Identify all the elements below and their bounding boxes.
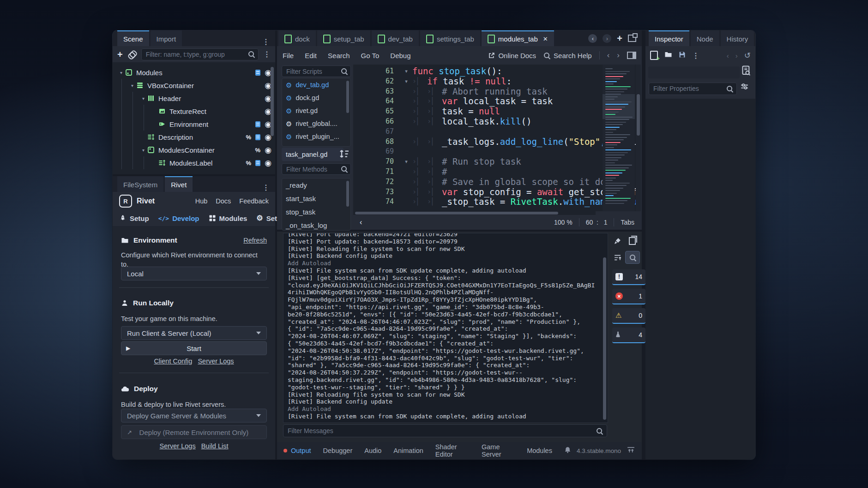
script-icon[interactable]: [255, 134, 260, 140]
resource-menu-icon[interactable]: ⋮: [692, 51, 699, 60]
start-button[interactable]: ▶ Start: [121, 341, 267, 355]
sort-methods-icon[interactable]: [339, 149, 350, 160]
rivet-nav-develop[interactable]: </>Develop: [158, 214, 199, 222]
environment-dropdown[interactable]: Local: [121, 267, 267, 280]
script-item-dock.gd[interactable]: ⚙dock.gd: [282, 91, 350, 104]
nav-forward-icon[interactable]: ›: [617, 51, 620, 60]
expand-arrow-icon[interactable]: ▾: [139, 96, 147, 101]
scene-filter-input[interactable]: [141, 48, 259, 60]
close-tab-icon[interactable]: ✕: [543, 36, 548, 42]
code-line-69[interactable]: 69: [353, 147, 641, 157]
code-hscrollbar[interactable]: [353, 211, 596, 215]
notification-bell-icon[interactable]: [564, 446, 571, 455]
copy-output-icon[interactable]: [626, 235, 638, 246]
filter-debug-toggle[interactable]: 4: [612, 327, 645, 343]
code-line-72[interactable]: 72›▏›▏# Save in global scope so it doesn…: [353, 177, 641, 187]
property-tools-icon[interactable]: [741, 83, 753, 94]
code-editor[interactable]: 61▾func stop_task():62▾›▏if task != null…: [353, 65, 641, 211]
tree-node-modulescontainer[interactable]: ▾ModulesContainer%◉: [113, 143, 275, 156]
dock-tab-rivet[interactable]: Rivet: [165, 176, 193, 192]
menu-edit[interactable]: Edit: [305, 52, 317, 60]
script-icon[interactable]: [255, 121, 260, 127]
script-item-rivet.gd[interactable]: ⚙rivet.gd: [282, 104, 350, 117]
rivet-nav-modules[interactable]: Modules: [209, 214, 247, 222]
bottom-tab-shader-editor[interactable]: Shader Editor: [435, 443, 470, 458]
inspector-tab-history[interactable]: History: [721, 30, 754, 46]
run-mode-dropdown[interactable]: Run Client & Server (Local): [121, 326, 267, 340]
deploy-button[interactable]: ↗ Deploy (Remote Environment Only): [121, 425, 267, 439]
clear-output-icon[interactable]: [611, 235, 623, 246]
tree-node-header[interactable]: ▾Header◉: [113, 92, 275, 105]
tree-node-environment[interactable]: Environment◉: [113, 118, 275, 131]
code-line-64[interactable]: 64›▏›▏var local_task = task: [353, 96, 641, 107]
float-panel-icon[interactable]: [628, 35, 636, 42]
visibility-eye-icon[interactable]: ◉: [265, 159, 271, 167]
rivet-link-docs[interactable]: Docs: [216, 197, 231, 205]
menu-debug[interactable]: Debug: [390, 52, 410, 60]
scripts-scrollbar[interactable]: [346, 81, 349, 113]
rivet-nav-setup[interactable]: Setup: [119, 214, 149, 222]
indent-type[interactable]: Tabs: [621, 219, 634, 226]
zoom-level[interactable]: 100 %: [554, 219, 573, 226]
script-tab-settings_tab[interactable]: settings_tab: [420, 30, 480, 46]
code-line-74[interactable]: 74›▏›▏_stop_task = RivetTask.with_name_i…: [353, 197, 641, 207]
dock-tab-filesystem[interactable]: FileSystem: [117, 176, 163, 192]
code-line-66[interactable]: 66›▏›▏local_task.kill(): [353, 117, 641, 127]
visibility-eye-icon[interactable]: ◉: [265, 146, 271, 154]
dock-menu-icon[interactable]: ⋮: [257, 183, 275, 192]
tree-node-modules[interactable]: ▾Modules◉: [113, 66, 275, 79]
inspector-back-icon[interactable]: ‹: [727, 52, 729, 60]
inspector-tab-inspector[interactable]: Inspector: [649, 30, 689, 46]
open-script-label[interactable]: task_panel.gd: [282, 148, 344, 161]
code-line-65[interactable]: 65›▏›▏task = null: [353, 107, 641, 117]
toggle-scripts-panel-icon[interactable]: [627, 52, 636, 59]
scene-tree-menu-icon[interactable]: ⋮: [263, 50, 271, 59]
code-line-71[interactable]: 71›▏›▏#: [353, 167, 641, 177]
output-log[interactable]: [Rivet] Port update: backend=24721 edito…: [283, 233, 608, 423]
method-item-_on_task_log[interactable]: _on_task_log: [282, 219, 350, 231]
bottom-tab-debugger[interactable]: Debugger: [323, 447, 353, 454]
menu-file[interactable]: File: [283, 52, 294, 60]
refresh-link[interactable]: Refresh: [243, 237, 267, 244]
inspector-forward-icon[interactable]: ›: [735, 52, 738, 60]
code-line-63[interactable]: 63›▏›▏# Abort running task: [353, 87, 641, 97]
script-item-rivet_global....[interactable]: ⚙rivet_global....: [282, 117, 350, 130]
methods-scrollbar[interactable]: [346, 181, 349, 207]
filter-info-toggle[interactable]: !14: [612, 269, 645, 285]
search-help-button[interactable]: Search Help: [543, 52, 592, 60]
rivet-link-hub[interactable]: Hub: [195, 197, 208, 205]
inspector-tab-node[interactable]: Node: [691, 30, 719, 46]
new-script-icon[interactable]: +: [617, 34, 622, 43]
expand-arrow-icon[interactable]: ▾: [117, 70, 125, 75]
script-tab-dock[interactable]: dock: [278, 30, 316, 46]
method-item-stop_task[interactable]: stop_task: [282, 205, 350, 219]
code-scrollbar[interactable]: [637, 94, 640, 136]
script-icon[interactable]: [255, 70, 260, 76]
scroll-left-icon[interactable]: ‹: [360, 218, 362, 226]
tree-node-texturerect[interactable]: TextureRect◉: [113, 105, 275, 118]
rivet-link-feedback[interactable]: Feedback: [239, 197, 269, 205]
link-client-config[interactable]: Client Config: [154, 357, 192, 365]
collapse-bottom-panel-icon[interactable]: [627, 446, 635, 455]
open-docs-icon[interactable]: [741, 65, 753, 78]
online-docs-button[interactable]: Online Docs: [488, 52, 536, 60]
code-minimap[interactable]: [603, 65, 635, 211]
bottom-tab-output[interactable]: Output: [283, 447, 311, 454]
script-tab-modules_tab[interactable]: modules_tab✕: [482, 30, 554, 46]
code-line-70[interactable]: 70▾›▏›▏# Run stop task: [353, 157, 641, 167]
history-forward-icon[interactable]: ›: [603, 34, 611, 43]
code-line-62[interactable]: 62▾›▏if task != null:: [353, 77, 641, 87]
filter-properties-input[interactable]: [649, 83, 737, 95]
menu-go-to[interactable]: Go To: [361, 52, 380, 60]
tab-import[interactable]: Import: [151, 30, 182, 46]
tab-scene[interactable]: Scene: [117, 30, 149, 46]
tree-node-description[interactable]: Description%◉: [113, 131, 275, 143]
tree-node-moduleslabel[interactable]: ModulesLabel%◉: [113, 156, 275, 169]
add-node-icon[interactable]: +: [117, 50, 123, 59]
filter-messages-input[interactable]: [283, 424, 607, 437]
collapse-messages-icon[interactable]: [611, 252, 623, 263]
search-output-toggle[interactable]: [625, 251, 640, 264]
script-tab-setup_tab[interactable]: setup_tab: [317, 30, 370, 46]
scene-tree-scrollbar[interactable]: [271, 67, 274, 136]
script-tab-dev_tab[interactable]: dev_tab: [372, 30, 419, 46]
